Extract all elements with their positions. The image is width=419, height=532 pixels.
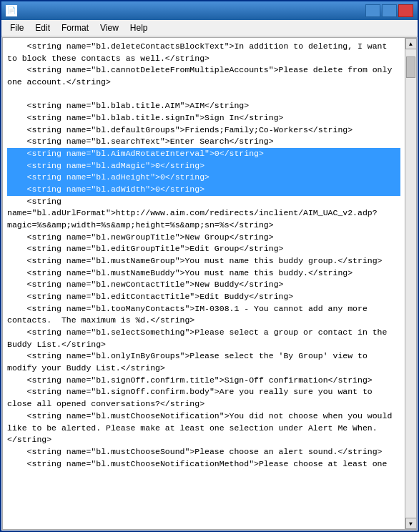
text-line: <string name="bl.editContactTitle">Edit …: [7, 291, 400, 303]
text-line: [7, 89, 400, 101]
text-line: <string name="bl.selectSomething">Please…: [7, 327, 400, 350]
text-line: <string name="bl.editGroupTitle">Edit Gr…: [7, 243, 400, 255]
close-button[interactable]: [398, 4, 413, 17]
text-line: <string name="bl.mustNameBuddy">You must…: [7, 267, 400, 280]
main-window: 📄 FileEditFormatViewHelp <string name="b…: [0, 0, 419, 532]
title-bar-left: 📄: [6, 5, 21, 16]
text-line: <string name="bl.onlyInByGroups">Please …: [7, 350, 400, 374]
text-line: <string name="bl.signOff.confirm.body">A…: [7, 386, 400, 410]
content-area: <string name="bl.deleteContactsBlockText…: [2, 37, 417, 530]
text-line: <string name="bl.blab.title.signIn">Sign…: [7, 112, 400, 124]
maximize-button[interactable]: [382, 4, 397, 17]
scrollbar-thumb[interactable]: [406, 56, 415, 78]
text-line: <string name="bl.deleteContactsBlockText…: [7, 41, 400, 64]
menu-bar: FileEditFormatViewHelp: [1, 20, 418, 36]
text-line: <string name="bl.cannotDeleteFromMultipl…: [7, 64, 400, 88]
text-line: <string name="bl.mustNameGroup">You must…: [7, 255, 400, 267]
title-bar: 📄: [1, 1, 418, 20]
text-line: <string name="bl.newGroupTitle">New Grou…: [7, 232, 400, 244]
text-line: <string name="bl.blab.title.AIM">AIM</st…: [7, 100, 400, 112]
text-line: <string name="bl.adMagic">0</string>: [7, 160, 400, 172]
text-line: <string name="bl.AimAdRotateInterval">0<…: [7, 148, 400, 160]
text-line: <string name="bl.adWidth">0</string>: [7, 184, 400, 196]
minimize-button[interactable]: [365, 4, 380, 17]
scrollbar[interactable]: ▲ ▼: [405, 38, 416, 529]
text-editor[interactable]: <string name="bl.deleteContactsBlockText…: [3, 38, 405, 529]
text-line: <string name="bl.adHeight">0</string>: [7, 172, 400, 184]
scroll-down-button[interactable]: ▼: [405, 518, 417, 529]
text-line: <string name="bl.mustChooseSound">Please…: [7, 446, 400, 458]
menu-item-edit[interactable]: Edit: [29, 21, 56, 34]
text-line: <string name="bl.newContactTitle">New Bu…: [7, 279, 400, 291]
menu-item-help[interactable]: Help: [124, 21, 154, 34]
text-line: <string name="bl.mustChooseNotification"…: [7, 410, 400, 446]
text-line: <string name="bl.tooManyContacts">IM-030…: [7, 303, 400, 327]
scroll-up-button[interactable]: ▲: [405, 38, 417, 49]
text-line: <string: [7, 196, 400, 208]
text-line: name="bl.adUrlFormat">http://www.aim.com…: [7, 207, 400, 231]
title-controls: [365, 4, 413, 17]
menu-item-format[interactable]: Format: [56, 21, 94, 34]
menu-item-view[interactable]: View: [94, 21, 124, 34]
menu-item-file[interactable]: File: [4, 21, 29, 34]
text-line: <string name="bl.searchText">Enter Searc…: [7, 136, 400, 148]
app-icon: 📄: [6, 5, 17, 16]
text-line: <string name="bl.mustChooseNotificationM…: [7, 458, 400, 471]
text-line: <string name="bl.defaultGroups">Friends;…: [7, 124, 400, 137]
scrollbar-track[interactable]: [405, 49, 416, 518]
text-line: <string name="bl.signOff.confirm.title">…: [7, 375, 400, 387]
